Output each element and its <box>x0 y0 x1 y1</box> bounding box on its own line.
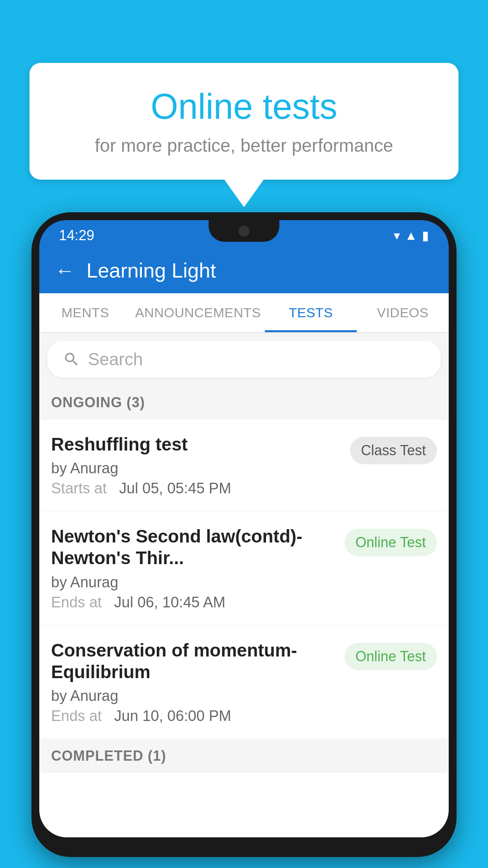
battery-icon: ▮ <box>422 228 429 243</box>
phone-time: 14:29 <box>59 227 94 244</box>
tab-videos[interactable]: VIDEOS <box>357 293 449 332</box>
badge-3: Online Test <box>345 643 437 670</box>
test-title-2: Newton's Second law(contd)-Newton's Thir… <box>51 526 337 569</box>
badge-1: Class Test <box>350 437 437 464</box>
ongoing-section-header: ONGOING (3) <box>39 386 449 419</box>
completed-section-header: COMPLETED (1) <box>39 739 449 773</box>
tab-ments[interactable]: MENTS <box>39 293 131 332</box>
test-time-value-3: Jun 10, 06:00 PM <box>114 708 231 724</box>
signal-icon: ▲ <box>405 228 417 243</box>
test-title-3: Conservation of momentum-Equilibrium <box>51 640 337 683</box>
search-container: Search <box>39 333 449 386</box>
test-author-3: by Anurag <box>51 688 337 704</box>
phone-notch <box>209 220 279 242</box>
test-author-2: by Anurag <box>51 574 337 591</box>
test-info-1: Reshuffling test by Anurag Starts at Jul… <box>51 434 350 497</box>
bubble-subtitle: for more practice, better performance <box>61 135 427 156</box>
tab-tests[interactable]: TESTS <box>265 293 357 332</box>
app-bar: ← Learning Light <box>39 248 449 293</box>
test-info-3: Conservation of momentum-Equilibrium by … <box>51 640 345 725</box>
search-icon <box>63 351 80 368</box>
back-button[interactable]: ← <box>55 259 75 282</box>
test-item-1[interactable]: Reshuffling test by Anurag Starts at Jul… <box>39 419 449 511</box>
search-placeholder: Search <box>88 349 143 369</box>
badge-2: Online Test <box>345 529 437 556</box>
test-time-label-1: Starts at <box>51 480 107 497</box>
status-icons: ▾ ▲ ▮ <box>394 228 429 243</box>
search-bar[interactable]: Search <box>47 341 441 378</box>
status-bar: 14:29 ▾ ▲ ▮ <box>39 220 449 248</box>
camera-dot <box>238 226 250 237</box>
app-bar-title: Learning Light <box>86 259 216 282</box>
speech-bubble-tail <box>224 180 264 207</box>
wifi-icon: ▾ <box>394 228 400 243</box>
speech-bubble: Online tests for more practice, better p… <box>29 63 459 180</box>
speech-bubble-container: Online tests for more practice, better p… <box>29 63 459 207</box>
test-time-1: Starts at Jul 05, 05:45 PM <box>51 480 342 497</box>
test-time-label-3: Ends at <box>51 708 102 724</box>
test-time-2: Ends at Jul 06, 10:45 AM <box>51 594 337 611</box>
bubble-title: Online tests <box>61 86 427 127</box>
tab-announcements[interactable]: ANNOUNCEMENTS <box>131 293 265 332</box>
phone-frame: 14:29 ▾ ▲ ▮ ← Learning Light MENTS <box>31 212 457 857</box>
test-time-value-1: Jul 05, 05:45 PM <box>119 480 231 497</box>
test-time-label-2: Ends at <box>51 594 102 611</box>
test-title-1: Reshuffling test <box>51 434 342 455</box>
test-item-3[interactable]: Conservation of momentum-Equilibrium by … <box>39 625 449 739</box>
test-author-1: by Anurag <box>51 460 342 477</box>
test-item-2[interactable]: Newton's Second law(contd)-Newton's Thir… <box>39 511 449 625</box>
test-time-value-2: Jul 06, 10:45 AM <box>114 594 226 611</box>
test-time-3: Ends at Jun 10, 06:00 PM <box>51 708 337 725</box>
phone-screen: ← Learning Light MENTS ANNOUNCEMENTS TES… <box>39 248 449 837</box>
test-info-2: Newton's Second law(contd)-Newton's Thir… <box>51 526 345 611</box>
phone-container: 14:29 ▾ ▲ ▮ ← Learning Light MENTS <box>31 212 457 868</box>
tabs-container: MENTS ANNOUNCEMENTS TESTS VIDEOS <box>39 293 449 333</box>
